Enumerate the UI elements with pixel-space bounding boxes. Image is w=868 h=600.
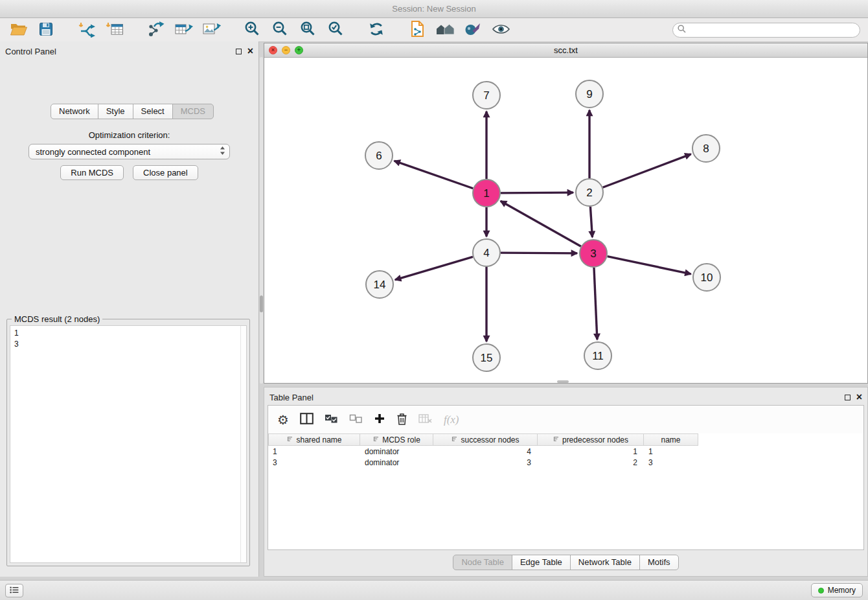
zoom-selected-button[interactable] (325, 20, 346, 40)
export-image-button[interactable] (201, 20, 222, 40)
tab-edge-table[interactable]: Edge Table (512, 555, 571, 570)
edge-2-3[interactable] (590, 207, 592, 237)
cell-name[interactable]: 3 (644, 457, 698, 468)
zoom-in-button[interactable] (242, 20, 262, 40)
edge-1-2[interactable] (501, 192, 573, 193)
column-header-shared-name[interactable]: shared name (268, 433, 360, 446)
close-table-panel-icon[interactable]: × (856, 392, 862, 402)
vertical-scrollbar-handle[interactable] (260, 295, 263, 312)
node-11[interactable]: 11 (584, 342, 611, 369)
delete-table-button[interactable] (418, 410, 433, 430)
status-bar: Memory (0, 580, 868, 600)
style-brush-button[interactable] (463, 20, 483, 40)
float-panel-icon[interactable] (236, 49, 242, 54)
column-header-mcds-role[interactable]: MCDS role (360, 433, 433, 446)
node-6[interactable]: 6 (365, 142, 393, 169)
zoom-fit-button[interactable] (297, 20, 318, 40)
vertical-scrollbar[interactable] (260, 57, 263, 384)
add-column-button[interactable] (374, 410, 385, 430)
sort-icon (451, 435, 458, 444)
edge-3-10[interactable] (608, 257, 691, 274)
open-folder-icon (10, 21, 27, 38)
optimization-dropdown[interactable]: strongly connected component (29, 144, 230, 159)
result-scrollbar[interactable] (240, 326, 246, 562)
float-table-panel-icon[interactable] (845, 395, 851, 400)
network-window-titlebar[interactable]: × − + scc.txt (264, 43, 867, 58)
node-8[interactable]: 8 (692, 135, 720, 162)
cell-shared-name[interactable]: 3 (268, 457, 360, 468)
node-10[interactable]: 10 (693, 264, 720, 291)
column-header-name[interactable]: name (644, 433, 698, 446)
column-header-predecessor-nodes[interactable]: predecessor nodes (538, 433, 644, 446)
network-file-button[interactable] (407, 20, 428, 40)
import-table-button[interactable] (104, 20, 125, 40)
node-9[interactable]: 9 (576, 80, 603, 108)
memory-button[interactable]: Memory (811, 583, 863, 597)
tab-network-table[interactable]: Network Table (570, 555, 640, 570)
function-builder-button[interactable]: f(x) (444, 410, 459, 430)
node-4[interactable]: 4 (473, 239, 500, 266)
import-network-button[interactable] (76, 20, 97, 40)
minimize-window-button[interactable]: − (282, 46, 290, 54)
edge-1-6[interactable] (394, 161, 474, 188)
cell-name[interactable]: 1 (644, 446, 698, 457)
node-1[interactable]: 1 (473, 179, 500, 207)
node-14[interactable]: 14 (366, 271, 393, 298)
edge-3-11[interactable] (594, 268, 597, 340)
control-panel-title: Control Panel (5, 47, 56, 56)
edge-2-8[interactable] (603, 154, 691, 187)
node-3[interactable]: 3 (580, 240, 607, 267)
search-input[interactable] (689, 25, 855, 35)
edge-3-1[interactable] (501, 201, 581, 246)
horizontal-scrollbar-handle[interactable] (557, 380, 569, 383)
tab-mcds[interactable]: MCDS (172, 104, 214, 119)
tab-style[interactable]: Style (98, 104, 133, 119)
open-file-button[interactable] (8, 20, 29, 40)
edge-4-3[interactable] (501, 253, 577, 253)
task-history-button[interactable] (5, 584, 23, 597)
svg-text:14: 14 (374, 279, 386, 291)
home-button[interactable] (435, 20, 455, 40)
tab-network[interactable]: Network (51, 104, 98, 119)
run-mcds-button[interactable]: Run MCDS (60, 165, 124, 180)
network-canvas[interactable]: 7968124314101511 (264, 58, 867, 383)
show-hide-button[interactable] (490, 20, 511, 40)
mcds-result-list[interactable]: 1 3 (10, 325, 247, 563)
unselect-all-columns-button[interactable] (349, 410, 363, 430)
tab-motifs[interactable]: Motifs (639, 555, 679, 570)
cell-predecessor-nodes[interactable]: 1 (538, 446, 644, 457)
style-brush-icon (464, 21, 481, 39)
close-panel-button[interactable]: Close panel (133, 165, 198, 180)
select-all-columns-button[interactable] (325, 410, 338, 430)
export-table-button[interactable] (173, 20, 194, 40)
memory-status-dot (818, 588, 824, 594)
zoom-out-button[interactable] (269, 20, 290, 40)
save-session-button[interactable] (36, 20, 56, 40)
cell-mcds-role[interactable]: dominator (360, 446, 433, 457)
maximize-window-button[interactable]: + (295, 46, 303, 54)
network-window-title: scc.txt (264, 45, 867, 55)
cell-successor-nodes[interactable]: 4 (433, 446, 538, 457)
node-15[interactable]: 15 (473, 344, 500, 371)
table-row[interactable]: 3 dominator 3 2 3 (268, 457, 863, 468)
cell-predecessor-nodes[interactable]: 2 (538, 457, 644, 468)
close-window-button[interactable]: × (269, 46, 277, 54)
network-graph[interactable]: 7968124314101511 (264, 58, 867, 383)
node-2[interactable]: 2 (576, 179, 603, 206)
tab-select[interactable]: Select (133, 104, 173, 119)
export-network-button[interactable] (145, 20, 166, 40)
table-row[interactable]: 1 dominator 4 1 1 (268, 446, 863, 457)
table-settings-button[interactable]: ⚙ (277, 410, 289, 430)
split-columns-button[interactable] (300, 410, 314, 430)
cell-successor-nodes[interactable]: 3 (433, 457, 538, 468)
edge-4-14[interactable] (395, 257, 473, 280)
delete-column-button[interactable] (396, 410, 407, 430)
refresh-button[interactable] (366, 20, 387, 40)
search-field[interactable] (672, 23, 860, 38)
node-7[interactable]: 7 (473, 82, 500, 109)
tab-node-table[interactable]: Node Table (453, 555, 512, 570)
close-panel-icon[interactable]: × (247, 46, 253, 56)
cell-mcds-role[interactable]: dominator (360, 457, 433, 468)
column-header-successor-nodes[interactable]: successor nodes (433, 433, 538, 446)
cell-shared-name[interactable]: 1 (268, 446, 360, 457)
